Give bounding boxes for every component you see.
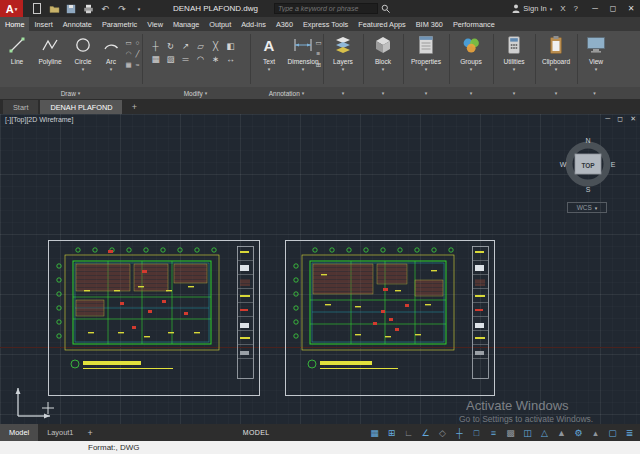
line-button[interactable]: Line (3, 33, 31, 86)
search-input[interactable] (274, 3, 378, 14)
layers-panel-expander[interactable]: ▾ (323, 87, 363, 99)
customization-menu[interactable]: ≣ (623, 428, 636, 438)
object-snap-toggle[interactable]: □ (470, 428, 483, 438)
undo-icon[interactable]: ↶ (99, 3, 111, 15)
layout-tab-layout1[interactable]: Layout1 (38, 424, 82, 441)
groups-button[interactable]: Groups ▾ (452, 33, 490, 86)
xline-icon[interactable]: ╱ (133, 48, 142, 59)
view-button[interactable]: View ▾ (580, 33, 612, 86)
maximize-button[interactable]: ◻ (604, 0, 622, 17)
snap-toggle[interactable]: ⊞ (385, 428, 398, 438)
file-tab-start[interactable]: Start (3, 100, 38, 114)
view-panel-expander[interactable]: ▾ (577, 87, 612, 99)
workspace-switcher[interactable]: ⚙ (572, 428, 585, 438)
ribbon-tab-annotate[interactable]: Annotate (58, 17, 97, 31)
file-tab-denah-plafond[interactable]: DENAH PLAFOND (40, 100, 122, 114)
properties-panel-expander[interactable]: ▾ (403, 87, 449, 99)
layers-button[interactable]: Layers ▾ (326, 33, 360, 86)
multileader-icon[interactable]: ⊞ (314, 59, 323, 70)
annotation-monitor-toggle[interactable]: ▴ (589, 428, 602, 438)
rotate-icon[interactable]: ↻ (163, 39, 178, 52)
selection-cycling-toggle[interactable]: ◫ (521, 428, 534, 438)
stretch-icon[interactable]: ↗ (178, 39, 193, 52)
utilities-button[interactable]: Utilities ▾ (496, 33, 532, 86)
lineweight-toggle[interactable]: ≡ (487, 428, 500, 438)
clean-screen-toggle[interactable]: ▢ (606, 428, 619, 438)
minimize-button[interactable]: ─ (586, 0, 604, 17)
new-icon[interactable] (31, 3, 43, 15)
ribbon-tab-bim360[interactable]: BIM 360 (411, 17, 448, 31)
doc-restore-button[interactable]: ◻ (617, 115, 623, 123)
text-flyout-caret-icon[interactable]: ▾ (268, 66, 271, 72)
wcs-selector[interactable]: WCS ▾ (567, 202, 607, 213)
dimension-flyout-caret-icon[interactable]: ▾ (302, 66, 305, 72)
move-icon[interactable]: ┼ (148, 39, 163, 52)
doc-minimize-button[interactable]: ─ (605, 115, 610, 123)
utilities-caret-icon[interactable]: ▾ (513, 66, 516, 72)
qat-customize-caret-icon[interactable]: ▾ (133, 3, 145, 15)
layout-tab-model[interactable]: Model (0, 424, 38, 441)
search-icon[interactable] (381, 0, 391, 18)
ribbon-tab-featured-apps[interactable]: Featured Apps (353, 17, 410, 31)
layers-caret-icon[interactable]: ▾ (342, 66, 345, 72)
ribbon-tab-addins[interactable]: Add-ins (236, 17, 271, 31)
app-menu-button[interactable]: A ▾ (0, 0, 23, 17)
circle-button[interactable]: Circle ▾ (69, 33, 97, 86)
grid-toggle[interactable]: ▦ (368, 428, 381, 438)
viewcube[interactable]: N W E S TOP (556, 128, 620, 194)
erase-icon[interactable]: ▨ (163, 52, 178, 65)
table-icon[interactable]: ≡ (314, 48, 323, 59)
rectangle-icon[interactable]: ▭ (124, 37, 133, 48)
block-button[interactable]: Block ▾ (366, 33, 400, 86)
arc-tool-icon[interactable]: ◠ (124, 48, 133, 59)
block-caret-icon[interactable]: ▾ (382, 66, 385, 72)
ribbon-tab-express-tools[interactable]: Express Tools (298, 17, 353, 31)
sign-in-button[interactable]: Sign In ▾ (512, 4, 552, 13)
annotation-visibility-toggle[interactable]: △ (538, 428, 551, 438)
groups-caret-icon[interactable]: ▾ (470, 66, 473, 72)
hatch-icon[interactable]: ▦ (124, 59, 133, 70)
offset-icon[interactable]: ═ (178, 52, 193, 65)
ribbon-tab-home[interactable]: Home (0, 17, 29, 31)
plot-icon[interactable] (82, 3, 94, 15)
properties-caret-icon[interactable]: ▾ (425, 66, 428, 72)
autoscale-toggle[interactable]: ▲ (555, 428, 568, 438)
ribbon-tab-parametric[interactable]: Parametric (97, 17, 142, 31)
leader-icon[interactable]: ▭ (314, 37, 323, 48)
mirror-icon[interactable]: ◧ (223, 39, 238, 52)
ribbon-tab-insert[interactable]: Insert (29, 17, 57, 31)
object-snap-tracking-toggle[interactable]: ┼ (453, 428, 466, 438)
doc-close-button[interactable]: ✕ (630, 115, 636, 123)
polyline-button[interactable]: Polyline (33, 33, 67, 86)
arc-flyout-caret-icon[interactable]: ▾ (110, 66, 113, 72)
ellipse-icon[interactable]: ○ (133, 37, 142, 48)
open-icon[interactable] (48, 3, 60, 15)
ribbon-tab-output[interactable]: Output (204, 17, 236, 31)
block-panel-expander[interactable]: ▾ (363, 87, 403, 99)
viewcube-west[interactable]: W (560, 161, 567, 168)
groups-panel-expander[interactable]: ▾ (449, 87, 493, 99)
annotation-panel-title[interactable]: Annotation▾ (250, 87, 323, 99)
ribbon-tab-performance[interactable]: Performance (448, 17, 500, 31)
exchange-apps-icon[interactable]: X (560, 4, 565, 13)
help-icon[interactable]: ? (574, 4, 578, 13)
explode-icon[interactable]: ∗ (208, 52, 223, 65)
save-icon[interactable] (65, 3, 77, 15)
scale-icon[interactable]: ▱ (193, 39, 208, 52)
circle-flyout-caret-icon[interactable]: ▾ (82, 66, 85, 72)
drawing-viewport-right[interactable] (285, 240, 495, 396)
close-button[interactable]: ✕ (622, 0, 640, 17)
model-space-viewport[interactable]: [-][Top][2D Wireframe] ─ ◻ ✕ (0, 114, 640, 424)
array-icon[interactable]: ▦ (148, 52, 163, 65)
clipboard-button[interactable]: Clipboard ▾ (538, 33, 574, 86)
model-space-indicator[interactable]: MODEL (243, 429, 270, 436)
copy-icon[interactable]: ↔ (223, 52, 238, 65)
properties-button[interactable]: Properties ▾ (406, 33, 446, 86)
transparency-toggle[interactable]: ▩ (504, 428, 517, 438)
clipboard-caret-icon[interactable]: ▾ (555, 66, 558, 72)
new-layout-button[interactable]: + (87, 428, 92, 438)
clipboard-panel-expander[interactable]: ▾ (535, 87, 577, 99)
ribbon-tab-view[interactable]: View (142, 17, 168, 31)
view-caret-icon[interactable]: ▾ (595, 66, 598, 72)
viewcube-south[interactable]: S (586, 186, 591, 193)
